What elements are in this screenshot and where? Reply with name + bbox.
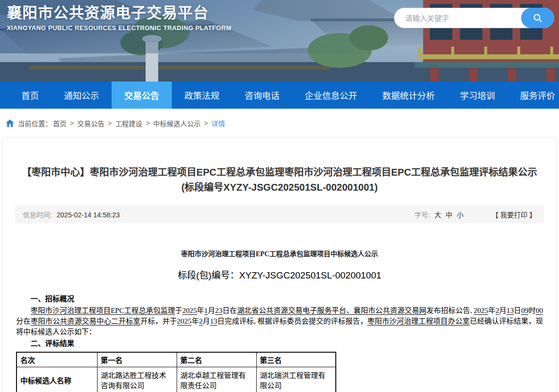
row-label-candidate-name: 中标候选人名称	[16, 367, 97, 392]
print-button[interactable]: 【 我要打印 】	[492, 210, 536, 219]
site-title: 襄阳市公共资源电子交易平台	[7, 4, 231, 22]
article-meta-tools: 字号: 大 中 小 【 我要打印 】	[414, 210, 536, 219]
breadcrumb-separator: >	[108, 119, 112, 127]
fontsize-small-button[interactable]: 小	[457, 210, 463, 219]
candidate-second: 湖北卓越工程管理有限责任公司	[177, 367, 256, 392]
nav-item-notices[interactable]: 通知公示	[51, 82, 112, 109]
candidate-third: 湖北瑞洪工程管理有限公司	[256, 367, 336, 392]
document-body: 枣阳市沙河治理工程项目EPC工程总承包监理项目中标候选人公示 标段(包)编号：X…	[2, 248, 557, 392]
nav-item-policies[interactable]: 政策法规	[172, 82, 232, 109]
breadcrumb-prefix: 当前位置：	[18, 118, 52, 128]
breadcrumb-separator: >	[204, 119, 208, 127]
article-meta-time: 信息时间: 2025-02-14 14:58:23	[23, 210, 120, 219]
document-heading: 枣阳市沙河治理工程项目EPC工程总承包监理项目中标候选人公示	[16, 248, 543, 258]
nav-item-trade-announcements[interactable]: 交易公告	[112, 82, 172, 109]
candidate-first: 湖北路达胜工程技术咨询有限公司	[97, 367, 177, 392]
result-table: 名次 第一名 第二名 第三名 中标候选人名称 湖北路达胜工程技术咨询有限公司 湖…	[16, 352, 336, 392]
section1-title: 一、招标概况	[16, 294, 543, 304]
table-header-second: 第二名	[177, 352, 256, 367]
table-header-rank: 名次	[16, 352, 97, 367]
nav-item-training[interactable]: 学习培训	[447, 82, 508, 109]
table-header-row: 名次 第一名 第二名 第三名	[16, 352, 336, 367]
table-header-third: 第三名	[256, 352, 336, 367]
nav-item-consult-phone[interactable]: 咨询电话	[232, 82, 292, 109]
bid-section-code: 标段(包)编号：XYZY-JSGC202501SL-002001001	[16, 268, 543, 281]
fontsize-large-button[interactable]: 大	[434, 210, 441, 219]
article-title: 【枣阳市中心】枣阳市沙河治理工程项目EPC工程总承包监理枣阳市沙河治理工程项目E…	[19, 165, 540, 195]
breadcrumb-item-winner-publicity[interactable]: 中标候选人公示	[153, 118, 201, 128]
breadcrumb: 当前位置： 首页 > 交易公告 > 工程建设 > 中标候选人公示 > 详情	[0, 109, 559, 137]
nav-item-statistics[interactable]: 数据统计分析	[370, 82, 447, 109]
main-nav: 首页 通知公示 交易公告 政策法规 咨询电话 企业信息公开 数据统计分析 学习培…	[0, 82, 559, 109]
site-brand: 襄阳市公共资源电子交易平台 XIANGYANG PUBLIC RESOURCES…	[7, 4, 231, 32]
site-search	[394, 8, 554, 28]
section2-title: 二、评标结果	[16, 338, 543, 349]
table-row: 中标候选人名称 湖北路达胜工程技术咨询有限公司 湖北卓越工程管理有限责任公司 湖…	[16, 367, 336, 392]
overview-paragraph: 枣阳市沙河治理工程项目EPC工程总承包监理于2025年1月23日在湖北省公共资源…	[16, 305, 543, 337]
site-subtitle: XIANGYANG PUBLIC RESOURCES ELECTRONIC TR…	[7, 24, 231, 32]
time-label: 信息时间:	[23, 211, 52, 219]
fontsize-label: 字号:	[414, 210, 430, 219]
search-button[interactable]	[521, 8, 554, 28]
search-input[interactable]	[395, 8, 519, 28]
search-icon	[532, 13, 543, 23]
breadcrumb-item-detail: 详情	[212, 118, 225, 128]
time-value: 2025-02-14 14:58:23	[57, 211, 120, 219]
nav-item-service-rating[interactable]: 服务评价	[508, 82, 559, 109]
nav-item-home[interactable]: 首页	[9, 82, 51, 109]
fontsize-medium-button[interactable]: 中	[445, 210, 452, 219]
breadcrumb-item-engineering[interactable]: 工程建设	[115, 118, 142, 128]
breadcrumb-item-home[interactable]: 首页	[53, 118, 66, 128]
nav-item-enterprise-info[interactable]: 企业信息公开	[292, 82, 370, 109]
breadcrumb-separator: >	[146, 119, 149, 127]
table-header-first: 第一名	[97, 352, 177, 367]
site-banner: 襄阳市公共资源电子交易平台 XIANGYANG PUBLIC RESOURCES…	[0, 0, 559, 82]
breadcrumb-item-trade-announcements[interactable]: 交易公告	[77, 118, 104, 128]
article-container: 【枣阳市中心】枣阳市沙河治理工程项目EPC工程总承包监理枣阳市沙河治理工程项目E…	[2, 137, 557, 392]
breadcrumb-separator: >	[70, 119, 74, 127]
article-meta-bar: 信息时间: 2025-02-14 14:58:23 字号: 大 中 小 【 我要…	[15, 206, 544, 223]
home-icon	[6, 119, 14, 127]
